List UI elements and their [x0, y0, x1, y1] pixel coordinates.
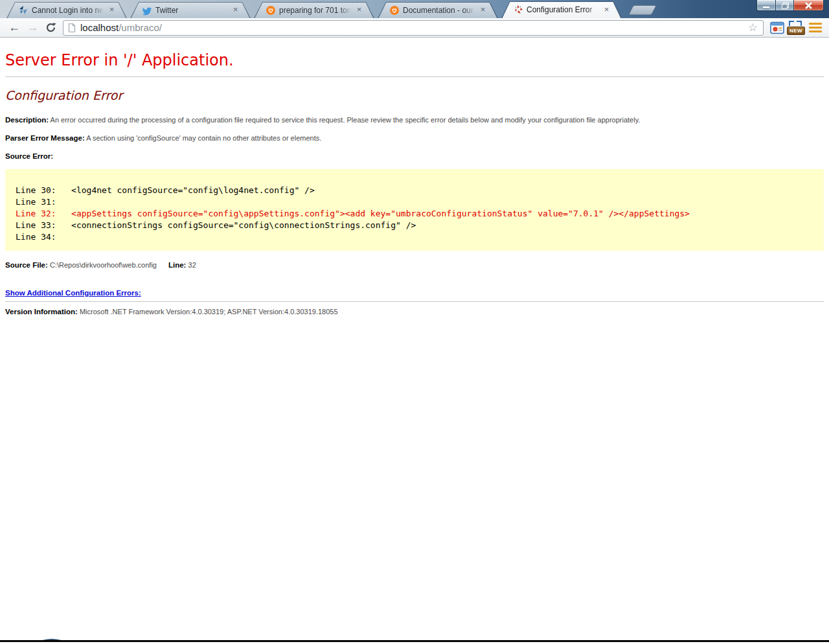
restore-button[interactable] — [776, 0, 794, 11]
tab-close-icon[interactable]: × — [231, 5, 240, 15]
minimize-icon — [763, 6, 769, 8]
code-line-error: Line 32: <appSettings configSource="conf… — [16, 208, 817, 220]
parser-error-paragraph: Parser Error Message: A section using 'c… — [5, 134, 824, 143]
tab-community[interactable]: Cannot Login into new cre × — [6, 2, 127, 18]
source-file-value: C:\Repos\dirkvoorhoof\web.config — [50, 261, 157, 269]
close-button[interactable] — [794, 0, 824, 11]
close-icon — [804, 1, 813, 10]
tab-title: Configuration Error — [527, 5, 598, 14]
tab-twitter[interactable]: Twitter × — [130, 2, 251, 18]
line-label: Line: — [168, 261, 186, 269]
source-file-label: Source File: — [5, 261, 48, 269]
umbraco-icon — [389, 5, 400, 16]
tab-title: Twitter — [155, 6, 227, 15]
new-badge-label: NEW — [787, 27, 805, 35]
description-paragraph: Description: An error occurred during th… — [5, 116, 824, 124]
source-file-paragraph: Source File: C:\Repos\dirkvoorhoof\web.c… — [5, 261, 824, 270]
new-tab-button[interactable] — [628, 5, 657, 15]
forward-button[interactable]: → — [24, 20, 41, 36]
extension-browser-icon[interactable] — [769, 19, 786, 36]
community-icon — [18, 5, 28, 16]
minimize-button[interactable] — [756, 0, 776, 11]
extension-window-icon — [770, 21, 784, 34]
browser-toolbar: ← → localhost/umbraco/ ☆ — [0, 18, 829, 38]
umbraco-icon — [266, 5, 276, 16]
tab-strip: Cannot Login into new cre × Twitter × — [0, 0, 829, 18]
error-subtitle: Configuration Error — [5, 87, 824, 103]
tab-title: preparing for 701 tomorro — [279, 6, 351, 15]
source-error-code-block: Line 30: <log4net configSource="config\l… — [5, 169, 824, 251]
code-line: Line 31: — [16, 196, 817, 208]
parser-error-text: A section using 'configSource' may conta… — [86, 134, 321, 142]
tab-title: Cannot Login into new cre — [32, 6, 104, 15]
tab-close-icon[interactable]: × — [602, 5, 611, 15]
page-title: Server Error in '/' Application. — [5, 51, 824, 70]
tab-umbraco-docs[interactable]: Documentation - our.umb × — [378, 2, 498, 18]
tab-configuration-error-active[interactable]: Configuration Error × — [501, 1, 622, 18]
window-brackets-icon — [789, 21, 802, 26]
bookmark-star-icon[interactable]: ☆ — [747, 22, 759, 33]
version-label: Version Information: — [5, 308, 78, 316]
description-text: An error occurred during the processing … — [51, 116, 641, 124]
version-paragraph: Version Information: Microsoft .NET Fram… — [5, 308, 824, 316]
twitter-icon — [142, 5, 152, 16]
code-line: Line 34: — [16, 231, 817, 243]
divider — [5, 301, 824, 302]
code-line: Line 33: <connectionStrings configSource… — [16, 220, 817, 231]
url-host: localhost — [80, 22, 119, 33]
url-text: localhost/umbraco/ — [80, 22, 747, 33]
chrome-menu-icon[interactable] — [808, 20, 823, 36]
back-button[interactable]: ← — [6, 20, 23, 36]
url-path: /umbraco/ — [119, 22, 162, 33]
tab-close-icon[interactable]: × — [478, 5, 488, 15]
tab-umbraco-forum[interactable]: preparing for 701 tomorro × — [254, 2, 374, 18]
extension-new-badge[interactable]: NEW — [787, 19, 804, 36]
page-icon — [68, 23, 76, 32]
divider — [5, 76, 824, 77]
parser-error-label: Parser Error Message: — [5, 134, 85, 142]
source-error-heading: Source Error: — [5, 152, 824, 161]
tab-close-icon[interactable]: × — [107, 5, 117, 15]
restore-icon — [782, 3, 788, 8]
version-text: Microsoft .NET Framework Version:4.0.303… — [80, 308, 338, 316]
tab-close-icon[interactable]: × — [354, 5, 364, 15]
line-value: 32 — [188, 261, 196, 269]
asp-error-icon — [513, 5, 523, 15]
browser-window: Cannot Login into new cre × Twitter × — [0, 0, 829, 644]
show-additional-errors-link[interactable]: Show Additional Configuration Errors: — [5, 289, 141, 297]
reload-icon — [45, 22, 56, 33]
tabs-container: Cannot Login into new cre × Twitter × — [6, 1, 654, 18]
error-page: Server Error in '/' Application. Configu… — [0, 38, 829, 639]
window-controls — [756, 0, 824, 11]
code-line: Line 30: <log4net configSource="config\l… — [16, 185, 817, 196]
description-label: Description: — [5, 116, 49, 124]
reload-button[interactable] — [42, 20, 59, 36]
address-bar[interactable]: localhost/umbraco/ ☆ — [63, 20, 764, 36]
tab-title: Documentation - our.umb — [403, 6, 475, 15]
